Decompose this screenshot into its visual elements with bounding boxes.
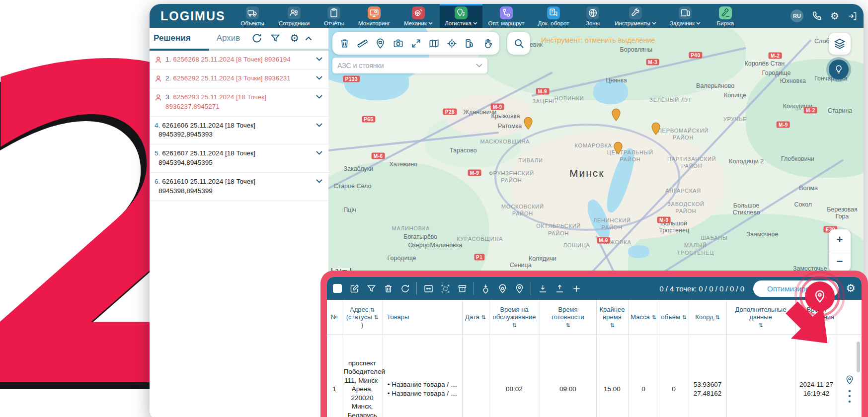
edit-icon[interactable] bbox=[346, 279, 363, 298]
solution-item-3[interactable]: 3.6256293 25.11.2024 [18 Точек]8936237,8… bbox=[150, 88, 328, 117]
nav-item-mechanic[interactable]: Механик bbox=[397, 4, 440, 28]
zoom-out-button[interactable]: − bbox=[829, 251, 851, 273]
col-date[interactable]: Дата bbox=[462, 300, 489, 335]
vehicle-pin-icon[interactable] bbox=[371, 33, 389, 53]
map-tips-button[interactable] bbox=[829, 60, 849, 79]
col-ready-time[interactable]: Время готовности bbox=[540, 300, 596, 335]
language-badge[interactable]: RU bbox=[790, 9, 803, 22]
map-point-pin[interactable] bbox=[611, 108, 622, 122]
map-toolbar bbox=[332, 32, 499, 55]
solution-item-5[interactable]: 5.6261607 25.11.2024 [18 Точек]8945394,8… bbox=[150, 144, 328, 173]
import-points-icon[interactable] bbox=[477, 279, 494, 298]
col-deadline[interactable]: Крайнее время bbox=[596, 300, 628, 335]
solution-item-4[interactable]: 4.6261606 25.11.2024 [18 Точек]8945392,8… bbox=[150, 117, 328, 145]
gear-icon[interactable]: ⚙ bbox=[830, 11, 839, 21]
nav-label: Док. оборот bbox=[538, 20, 569, 26]
map-point-pin[interactable] bbox=[650, 122, 661, 136]
nav-item-doc-flow[interactable]: Док. оборот bbox=[530, 4, 577, 28]
point-pin-icon[interactable] bbox=[511, 279, 528, 298]
select-all-checkbox[interactable] bbox=[333, 284, 342, 293]
logout-icon[interactable] bbox=[847, 11, 858, 21]
map-place-label: ЗЕЛЁНЫЙ ЛУГ bbox=[649, 96, 692, 103]
chevron-down-icon[interactable] bbox=[316, 76, 322, 80]
tab-archive[interactable]: Архив bbox=[217, 33, 240, 43]
map-place-label: Глебковичи bbox=[781, 155, 814, 162]
depot-pin-icon[interactable] bbox=[494, 279, 511, 298]
map-place-label: Цнянка bbox=[606, 77, 627, 84]
phone-icon[interactable] bbox=[811, 10, 822, 21]
map-place-label: Валерьяново bbox=[696, 82, 734, 89]
filter-icon[interactable] bbox=[363, 279, 380, 298]
tab-solutions[interactable]: Решения bbox=[154, 33, 191, 43]
chevron-down-icon[interactable] bbox=[316, 57, 322, 61]
gear-icon[interactable]: ⚙ bbox=[846, 283, 856, 294]
col-goods[interactable]: Товары bbox=[383, 300, 462, 335]
map-canvas[interactable]: Инструмент: отменить выделение АЗС и сто… bbox=[328, 28, 864, 286]
map-point-pin[interactable] bbox=[523, 117, 534, 130]
column-width-icon[interactable] bbox=[420, 279, 437, 298]
fuel-station-icon[interactable] bbox=[461, 33, 478, 53]
nav-item-zones[interactable]: Зоны bbox=[577, 4, 609, 28]
wrench-gear-icon bbox=[629, 6, 642, 19]
map-place-label: Королёв Стан bbox=[744, 60, 785, 67]
map-place-label: УРУЧЬЕ bbox=[723, 116, 747, 123]
map-select-icon[interactable] bbox=[425, 33, 443, 53]
chevron-down-icon[interactable] bbox=[316, 179, 322, 183]
map-search-button[interactable] bbox=[507, 32, 530, 55]
show-on-map-pin-icon[interactable] bbox=[845, 375, 855, 385]
poi-filter-select[interactable]: АЗС и стоянки bbox=[332, 58, 487, 73]
nav-item-instruments[interactable]: Инструменты bbox=[609, 4, 662, 28]
add-point-icon[interactable] bbox=[568, 279, 585, 298]
row-menu-icon[interactable]: ••• bbox=[848, 389, 851, 404]
map-place-label: Закаблуки bbox=[343, 165, 373, 172]
solution-item-1[interactable]: 1.6256268 25.11.2024 [8 Точек] 8936194 bbox=[150, 51, 328, 70]
trash-icon[interactable] bbox=[380, 279, 396, 298]
map-layers-button[interactable] bbox=[829, 33, 851, 55]
table-row[interactable]: 1 проспект Победителей 111, Минск-Арена,… bbox=[327, 335, 862, 417]
nav-item-logistics[interactable]: Логистика bbox=[440, 4, 482, 28]
chevron-down-icon[interactable] bbox=[316, 151, 322, 155]
col-mass[interactable]: Масса bbox=[628, 300, 659, 335]
nav-item-monitoring[interactable]: Мониторинг bbox=[351, 4, 397, 28]
nav-item-opt-route[interactable]: Опт. маршрут bbox=[482, 4, 530, 28]
nav-item-reports[interactable]: Отчёты bbox=[316, 4, 351, 28]
chevron-down-icon[interactable] bbox=[316, 95, 322, 99]
ruler-measure-icon[interactable] bbox=[353, 33, 371, 53]
refresh-icon[interactable] bbox=[251, 32, 263, 44]
map-water bbox=[628, 245, 649, 258]
archive-icon[interactable] bbox=[454, 279, 471, 298]
chevron-up-icon[interactable] bbox=[305, 36, 312, 41]
area-select-icon[interactable] bbox=[437, 279, 454, 298]
gear-icon[interactable]: ⚙ bbox=[290, 32, 299, 44]
map-point-pin[interactable] bbox=[613, 141, 624, 155]
chevron-down-icon[interactable] bbox=[316, 123, 322, 127]
zoom-in-button[interactable]: + bbox=[829, 229, 851, 251]
nav-item-objects[interactable]: Объекты bbox=[233, 4, 272, 28]
col-volume[interactable]: объём bbox=[659, 300, 689, 335]
delete-tool-icon[interactable] bbox=[335, 33, 353, 53]
col-coords[interactable]: Коорд bbox=[689, 300, 726, 335]
road-badge: М-6 bbox=[372, 152, 385, 159]
solution-item-2[interactable]: 2.6256292 25.11.2024 [3 Точки] 8936231 bbox=[150, 70, 328, 88]
upload-icon[interactable] bbox=[551, 279, 568, 298]
road-badge: М-9 bbox=[597, 237, 610, 243]
refresh-icon[interactable] bbox=[396, 279, 413, 298]
table-scrollbar-thumb[interactable] bbox=[857, 342, 860, 372]
map-place-label: Хатежино bbox=[389, 161, 417, 168]
map-place-label: МОСКОВСКИЙ РАЙОН bbox=[501, 203, 544, 217]
solution-item-6[interactable]: 6.6261610 25.11.2024 [18 Точек]8945398,8… bbox=[150, 173, 328, 201]
nav-item-exchange[interactable]: Биржа bbox=[708, 4, 743, 28]
camera-icon[interactable] bbox=[389, 33, 407, 53]
col-number[interactable]: № bbox=[327, 300, 342, 335]
map-place-label: Копище bbox=[724, 92, 746, 99]
hand-pan-icon[interactable] bbox=[478, 33, 496, 53]
map-place-label: Юхновка bbox=[780, 77, 806, 84]
col-service-time[interactable]: Время на обслуживание bbox=[489, 300, 540, 335]
target-icon[interactable] bbox=[443, 33, 461, 53]
nav-item-tasks[interactable]: Задачник bbox=[662, 4, 708, 28]
expand-icon[interactable] bbox=[407, 33, 425, 53]
download-icon[interactable] bbox=[534, 279, 551, 298]
col-address[interactable]: Адрес (статусы ) bbox=[342, 300, 383, 335]
filter-icon[interactable] bbox=[270, 33, 281, 44]
nav-item-employees[interactable]: Сотрудники bbox=[272, 4, 316, 28]
